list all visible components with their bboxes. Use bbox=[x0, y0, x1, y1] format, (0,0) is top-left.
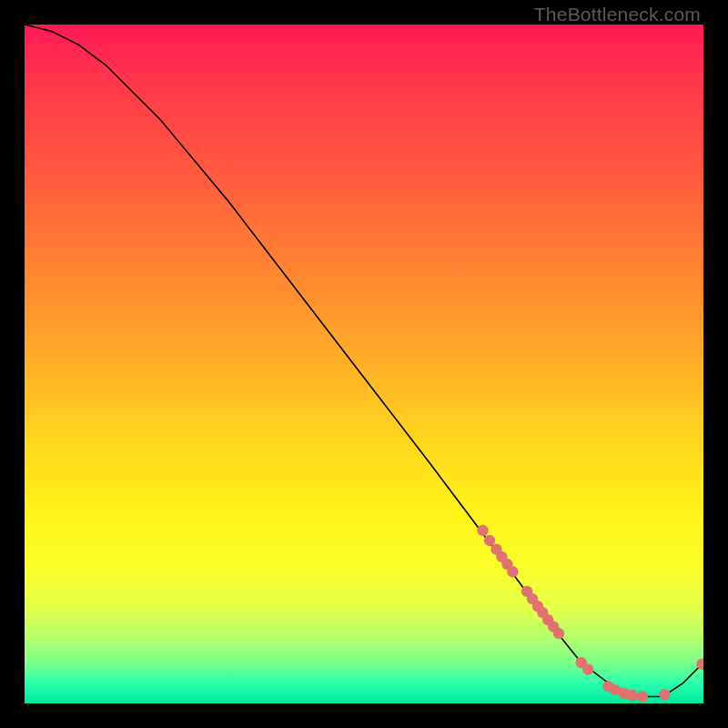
data-point bbox=[553, 628, 564, 639]
data-point bbox=[626, 690, 637, 701]
data-point bbox=[477, 525, 488, 536]
data-point bbox=[659, 689, 670, 700]
chart-plot-area bbox=[25, 25, 703, 703]
data-point bbox=[582, 664, 593, 675]
data-point bbox=[507, 566, 518, 577]
bottleneck-curve bbox=[25, 25, 703, 697]
data-markers bbox=[477, 525, 703, 703]
data-point bbox=[637, 691, 648, 702]
watermark-text: TheBottleneck.com bbox=[534, 4, 701, 25]
data-point bbox=[484, 535, 495, 546]
chart-svg bbox=[25, 25, 703, 703]
